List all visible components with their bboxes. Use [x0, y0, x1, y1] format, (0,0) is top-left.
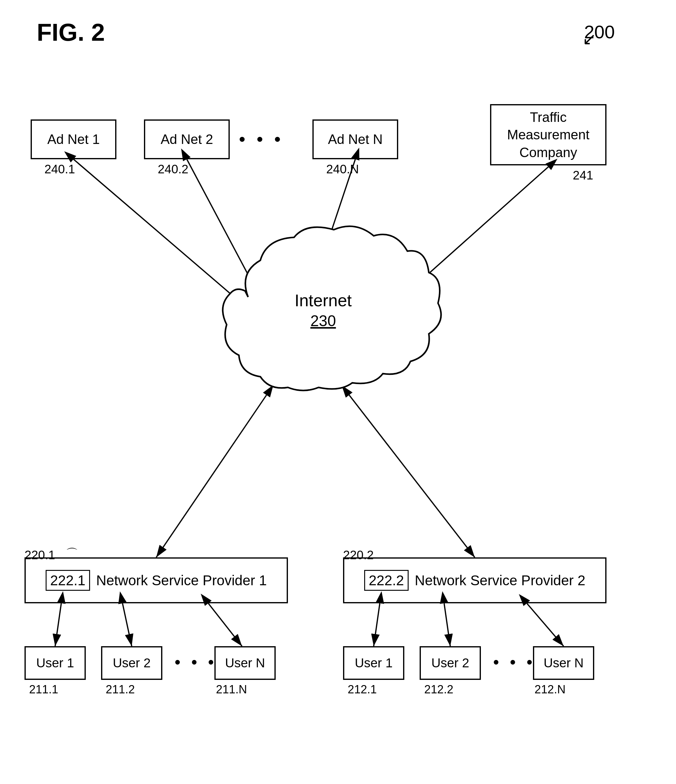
ad-net-2-box: Ad Net 2 — [144, 120, 230, 159]
nsp1-label: Network Service Provider 1 — [96, 572, 267, 589]
nsp2-user1-label: User 1 — [355, 656, 393, 670]
nsp1-user1-box: User 1 — [25, 646, 86, 680]
nsp1-user2-id: 211.2 — [106, 683, 135, 696]
nsp2-usern-id: 212.N — [534, 683, 565, 696]
svg-line-18 — [156, 395, 266, 557]
nsp2-user2-label: User 2 — [431, 656, 469, 670]
nsp2-user1-box: User 1 — [343, 646, 404, 680]
nsp2-id: 220.2 — [343, 548, 374, 562]
ad-net-1-box: Ad Net 1 — [31, 120, 117, 159]
svg-line-22 — [208, 603, 242, 646]
internet-id: 230 — [301, 302, 355, 319]
internet-cloud: Internet 230 — [208, 221, 447, 392]
nsp1-usern-label: User N — [225, 656, 265, 670]
nsp1-user2-label: User 2 — [113, 656, 151, 670]
nsp1-usern-id: 211.N — [216, 683, 247, 696]
nsp1-usern-box: User N — [214, 646, 276, 680]
nsp1-user1-label: User 1 — [36, 656, 74, 670]
nsp1-id: 220.1 — [25, 548, 55, 562]
nsp2-label: Network Service Provider 2 — [415, 572, 585, 589]
nsp1-curve-label: ⌒ — [66, 545, 78, 562]
nsp2-user2-box: User 2 — [420, 646, 481, 680]
figure-label: FIG. 2 — [37, 19, 105, 47]
ad-net-n-box: Ad Net N — [312, 120, 398, 159]
figure-number: 200 — [584, 22, 615, 43]
svg-line-24 — [444, 603, 450, 646]
nsp2-usern-label: User N — [544, 656, 584, 670]
nsp2-usern-box: User N — [533, 646, 594, 680]
ad-net-2-label: Ad Net 2 — [160, 132, 213, 147]
nsp1-box: 222.1 Network Service Provider 1 — [25, 557, 288, 603]
traffic-id: 241 — [573, 168, 593, 182]
nsp2-box: 222.2 Network Service Provider 2 — [343, 557, 606, 603]
nsp2-user2-id: 212.2 — [424, 683, 453, 696]
svg-line-19 — [349, 395, 475, 557]
svg-line-25 — [527, 603, 564, 646]
svg-line-21 — [123, 603, 132, 646]
nsp1-inner: 222.1 — [46, 570, 90, 591]
svg-line-23 — [374, 603, 380, 646]
ad-net-n-label: Ad Net N — [328, 132, 383, 147]
ad-net-1-label: Ad Net 1 — [47, 132, 100, 147]
nsp2-inner: 222.2 — [364, 570, 409, 591]
internet-label: Internet — [301, 282, 355, 300]
nsp2-dots: • • • — [493, 652, 536, 672]
ad-net-n-id: 240.N — [326, 162, 359, 176]
ad-net-dots: • • • — [239, 129, 283, 150]
svg-line-20 — [55, 603, 61, 646]
nsp2-user1-id: 212.1 — [347, 683, 377, 696]
nsp1-dots: • • • — [174, 652, 217, 672]
traffic-box: Traffic Measurement Company — [490, 104, 606, 165]
ad-net-2-id: 240.2 — [158, 162, 188, 176]
nsp1-user1-id: 211.1 — [29, 683, 58, 696]
traffic-label: Traffic Measurement Company — [507, 109, 589, 161]
nsp1-user2-box: User 2 — [101, 646, 162, 680]
ad-net-1-id: 240.1 — [44, 162, 75, 176]
